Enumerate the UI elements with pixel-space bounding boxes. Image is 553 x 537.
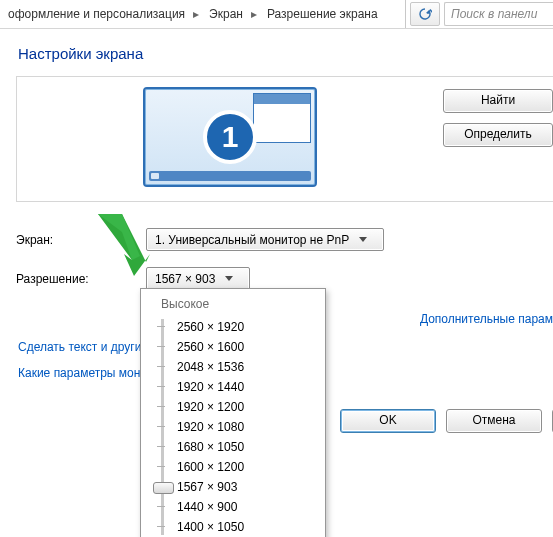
breadcrumb[interactable]: оформление и персонализация ▸ Экран ▸ Ра… bbox=[0, 0, 406, 28]
breadcrumb-item[interactable]: оформление и персонализация bbox=[0, 0, 191, 28]
resolution-select-value: 1567 × 903 bbox=[155, 272, 215, 286]
resolution-option[interactable]: 1920 × 1080 bbox=[177, 417, 319, 437]
resolution-dropdown-header: Высокое bbox=[147, 295, 319, 317]
page-title: Настройки экрана bbox=[18, 45, 553, 62]
monitor-number: 1 bbox=[203, 110, 257, 164]
resolution-select[interactable]: 1567 × 903 bbox=[146, 267, 250, 290]
monitor-preview[interactable]: 1 bbox=[143, 87, 317, 187]
resolution-option[interactable]: 2560 × 1600 bbox=[177, 337, 319, 357]
resolution-option[interactable]: 1920 × 1200 bbox=[177, 397, 319, 417]
breadcrumb-item[interactable]: Разрешение экрана bbox=[259, 0, 384, 28]
resolution-option[interactable]: 1680 × 1050 bbox=[177, 437, 319, 457]
resolution-dropdown[interactable]: Высокое 2560 × 1920 2560 × 1600 2048 × 1… bbox=[140, 288, 326, 537]
find-button[interactable]: Найти bbox=[443, 89, 553, 113]
resolution-slider[interactable]: 2560 × 1920 2560 × 1600 2048 × 1536 1920… bbox=[147, 317, 319, 537]
taskbar-icon bbox=[149, 171, 311, 181]
resolution-option[interactable]: 1400 × 1050 bbox=[177, 517, 319, 537]
chevron-right-icon: ▸ bbox=[249, 7, 259, 21]
slider-track bbox=[161, 319, 164, 535]
refresh-button[interactable] bbox=[410, 2, 440, 26]
display-select[interactable]: 1. Универсальный монитор не PnP bbox=[146, 228, 384, 251]
dialog-buttons: OK Отмена Примени bbox=[340, 409, 553, 433]
ok-button[interactable]: OK bbox=[340, 409, 436, 433]
advanced-settings-link[interactable]: Дополнительные парам bbox=[420, 312, 553, 326]
resolution-option[interactable]: 1600 × 1200 bbox=[177, 457, 319, 477]
address-bar: оформление и персонализация ▸ Экран ▸ Ра… bbox=[0, 0, 553, 29]
which-settings-link[interactable]: Какие параметры мон bbox=[18, 366, 148, 380]
cancel-button[interactable]: Отмена bbox=[446, 409, 542, 433]
chevron-down-icon bbox=[359, 237, 367, 242]
resolution-option[interactable]: 2560 × 1920 bbox=[177, 317, 319, 337]
resolution-option[interactable]: 2048 × 1536 bbox=[177, 357, 319, 377]
text-size-link[interactable]: Сделать текст и другие bbox=[18, 340, 148, 354]
chevron-down-icon bbox=[225, 276, 233, 281]
detect-button[interactable]: Определить bbox=[443, 123, 553, 147]
window-icon bbox=[253, 93, 311, 143]
breadcrumb-item[interactable]: Экран bbox=[201, 0, 249, 28]
display-preview-panel: 1 Найти Определить bbox=[16, 76, 553, 202]
search-input[interactable]: Поиск в панели bbox=[444, 2, 553, 26]
slider-thumb[interactable] bbox=[153, 482, 174, 494]
resolution-option[interactable]: 1920 × 1440 bbox=[177, 377, 319, 397]
display-select-value: 1. Универсальный монитор не PnP bbox=[155, 233, 349, 247]
resolution-option[interactable]: 1567 × 903 bbox=[177, 477, 319, 497]
resolution-option[interactable]: 1440 × 900 bbox=[177, 497, 319, 517]
chevron-right-icon: ▸ bbox=[191, 7, 201, 21]
